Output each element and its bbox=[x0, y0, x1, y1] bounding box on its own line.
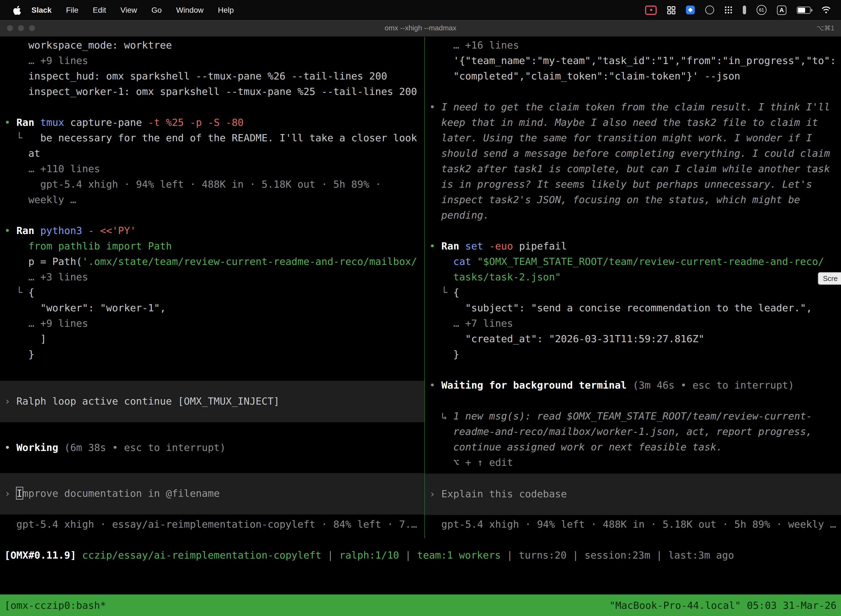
prompt-band: › Ralph loop active continue [OMX_TMUX_I… bbox=[0, 381, 424, 422]
terminal-line: • I need to get the claim token from the… bbox=[425, 99, 841, 115]
text-segment: ] bbox=[4, 333, 46, 345]
text-segment: -t %25 -p -S -80 bbox=[148, 116, 244, 128]
text-segment: • bbox=[429, 240, 441, 252]
terminal-line: "subject": "send a concise recommendatio… bbox=[425, 300, 841, 316]
menu-app-name[interactable]: Slack bbox=[24, 6, 59, 14]
text-segment: Ran bbox=[441, 240, 465, 252]
terminal-line: } bbox=[425, 347, 841, 362]
text-segment: gpt-5.4 xhigh · essay/ai-reimplementatio… bbox=[4, 518, 417, 530]
text-segment: … +3 lines bbox=[4, 271, 88, 283]
text-segment: • bbox=[4, 441, 16, 453]
text-segment: capture-pane bbox=[70, 116, 148, 128]
text-segment: } bbox=[4, 348, 34, 360]
terminal-line: … +16 lines bbox=[425, 38, 841, 53]
sensor-badge[interactable]: 61 bbox=[757, 5, 766, 15]
text-segment: workspace_mode: worktree bbox=[4, 39, 172, 51]
text-segment: -euo bbox=[489, 240, 519, 252]
terminal[interactable]: workspace_mode: worktree … +9 lines insp… bbox=[0, 37, 841, 594]
recording-dot bbox=[650, 9, 652, 11]
terminal-line bbox=[0, 208, 424, 223]
terminal-line: • Working (6m 38s • esc to interrupt) bbox=[0, 440, 424, 455]
text-segment: inspect_hud: omx sparkshell --tmux-pane … bbox=[4, 70, 387, 82]
menu-go[interactable]: Go bbox=[144, 6, 169, 14]
text-segment: [OMX#0.11.9] bbox=[4, 549, 82, 561]
text-segment: | bbox=[321, 549, 339, 561]
text-segment: session:23m bbox=[585, 549, 650, 561]
tmux-session-label: [omx-cczip0:bash* bbox=[4, 600, 106, 611]
blue-app-icon[interactable] bbox=[686, 6, 695, 14]
menu-view[interactable]: View bbox=[113, 6, 144, 14]
wifi-icon[interactable] bbox=[821, 6, 831, 14]
terminal-line: • Ran tmux capture-pane -t %25 -p -S -80 bbox=[0, 115, 424, 130]
menu-bar: Slack File Edit View Go Window Help 61 A bbox=[0, 0, 841, 20]
text-segment: … +9 lines bbox=[4, 55, 88, 66]
text-segment: pending. bbox=[429, 209, 489, 221]
window-shortcut-badge: ⌥⌘1 bbox=[816, 20, 834, 37]
text-segment: | bbox=[567, 549, 585, 561]
apple-menu-icon[interactable] bbox=[13, 5, 21, 15]
menu-edit[interactable]: Edit bbox=[85, 6, 113, 14]
text-segment: "worker": "worker-1", bbox=[4, 302, 166, 314]
terminal-line bbox=[0, 362, 424, 378]
terminal-line bbox=[425, 223, 841, 238]
text-segment: inspect_worker-1: omx sparkshell --tmux-… bbox=[4, 85, 417, 97]
terminal-line: from pathlib import Path bbox=[0, 238, 424, 254]
terminal-line bbox=[0, 99, 424, 115]
menu-window[interactable]: Window bbox=[169, 6, 211, 14]
text-segment: • bbox=[429, 379, 441, 391]
terminal-line: inspect task2's JSON, focusing on the st… bbox=[425, 192, 841, 208]
terminal-line: weekly … bbox=[0, 192, 424, 208]
terminal-line: task2 after task1 is complete, but can I… bbox=[425, 161, 841, 177]
text-segment: cczip/essay/ai-reimplementation-copyleft bbox=[82, 549, 321, 561]
prompt-band: › Improve documentation in @filename bbox=[0, 473, 424, 515]
left-pane[interactable]: workspace_mode: worktree … +9 lines insp… bbox=[0, 37, 425, 538]
text-segment: (6m 38s • esc to interrupt) bbox=[58, 441, 226, 453]
terminal-line: keep that in mind. Maybe I also need the… bbox=[425, 115, 841, 130]
terminal-line: › Improve documentation in @filename bbox=[0, 486, 424, 501]
terminal-line: gpt-5.4 xhigh · essay/ai-reimplementatio… bbox=[0, 517, 424, 532]
battery-fill bbox=[798, 7, 805, 12]
terminal-line: continue assigned work or next feasible … bbox=[425, 439, 841, 455]
text-segment: • bbox=[4, 224, 16, 236]
terminal-line: should send a message before completing … bbox=[425, 146, 841, 161]
text-segment: be necessary for the end of the README. … bbox=[40, 132, 417, 144]
text-segment: continue assigned work or next feasible … bbox=[429, 441, 722, 453]
terminal-line: … +7 lines bbox=[425, 316, 841, 331]
text-segment: ralph:1/10 bbox=[339, 549, 399, 561]
text-segment: | bbox=[501, 549, 519, 561]
omx-status-line: [OMX#0.11.9] cczip/essay/ai-reimplementa… bbox=[0, 547, 841, 563]
terminal-line: "completed","claim_token":"claim-token"}… bbox=[425, 69, 841, 84]
terminal-line: └ be necessary for the end of the README… bbox=[0, 130, 424, 146]
window-grid-icon[interactable] bbox=[667, 6, 675, 14]
text-segment: { bbox=[28, 286, 35, 298]
text-segment: '{"team_name":"my-team","task_id":"1","f… bbox=[429, 55, 836, 66]
terminal-panes: workspace_mode: worktree … +9 lines insp… bbox=[0, 37, 841, 538]
key-icon[interactable] bbox=[743, 6, 746, 14]
battery-icon[interactable] bbox=[797, 6, 811, 13]
terminal-line: › Ralph loop active continue [OMX_TMUX_I… bbox=[0, 393, 424, 409]
terminal-line: … +3 lines bbox=[0, 269, 424, 285]
text-segment: • bbox=[429, 101, 441, 113]
text-segment: › bbox=[4, 487, 16, 499]
text-segment: Ralph loop active continue [OMX_TMUX_INJ… bbox=[16, 395, 280, 407]
menu-help[interactable]: Help bbox=[211, 6, 241, 14]
text-segment: Explain this codebase bbox=[441, 488, 567, 500]
text-segment: team:1 workers bbox=[417, 549, 501, 561]
screen-recording-icon[interactable] bbox=[645, 5, 657, 15]
text-segment: python3 bbox=[40, 224, 88, 236]
window-title-bar: omx --xhigh --madmax ⌥⌘1 bbox=[0, 20, 841, 37]
input-source-icon[interactable]: A bbox=[777, 5, 786, 15]
menu-file[interactable]: File bbox=[59, 6, 85, 14]
screen: Slack File Edit View Go Window Help 61 A bbox=[0, 0, 841, 616]
text-segment: p = Path( bbox=[4, 255, 82, 267]
text-segment: from pathlib import Path bbox=[4, 240, 172, 252]
sensor-value: 61 bbox=[759, 7, 764, 12]
text-segment: Ran bbox=[16, 116, 40, 128]
terminal-line: └ { bbox=[425, 285, 841, 300]
dark-app-icon[interactable] bbox=[705, 6, 714, 14]
terminal-line: readme-and-reco/mailbox/worker-1.json, a… bbox=[425, 424, 841, 439]
dots-grid-icon[interactable] bbox=[725, 6, 732, 14]
terminal-line: [OMX#0.11.9] cczip/essay/ai-reimplementa… bbox=[0, 547, 841, 563]
text-segment: should send a message before completing … bbox=[429, 147, 830, 159]
right-pane[interactable]: … +16 lines '{"team_name":"my-team","tas… bbox=[425, 37, 841, 538]
